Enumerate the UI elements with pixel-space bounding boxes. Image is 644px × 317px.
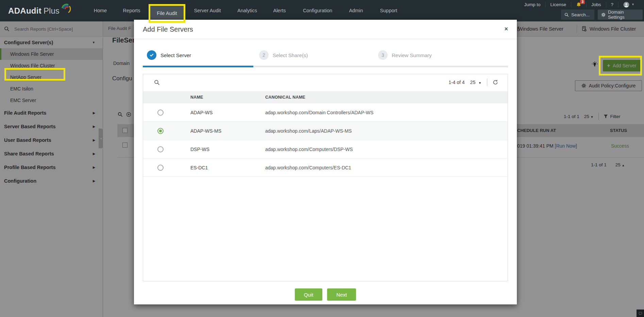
page-size-dropdown[interactable]: 25 ▲ [615,162,625,167]
app-logo[interactable]: ADAudit Plus [8,0,72,21]
add-circle-icon[interactable] [126,112,131,117]
sidebar-collapse-handle[interactable]: ◄ [99,129,103,148]
check-icon [147,50,156,60]
plus-icon: + [607,63,610,69]
server-row-dsp-ws[interactable]: DSP-WS adap.workshop.com/Computers/DSP-W… [143,140,508,158]
top-navigation-bar: ADAudit Plus Home Reports File Audit Ser… [0,0,644,21]
nav-analytics[interactable]: Analytics [237,0,257,21]
caret-right-icon: ▶ [93,179,95,183]
filter-button[interactable]: Filter [604,114,621,119]
nav-admin[interactable]: Admin [349,0,363,21]
sidebar: Configured Server(s) ▼ Windows File Serv… [0,21,103,317]
radio-button[interactable] [157,110,164,116]
audit-policy-configure-button[interactable]: Audit Policy:Configure [575,80,642,91]
radio-button[interactable] [157,165,164,171]
section-label: Share Based Reports [4,151,54,156]
sidebar-section-profile-based-reports[interactable]: Profile Based Reports ▶ [0,161,103,174]
refresh-icon[interactable] [493,80,498,85]
schedule-table-pagination-bottom: 1-1 of 1 25 ▲ [591,162,625,167]
logo-arc-icon [60,3,72,15]
notifications-button[interactable]: 3 [571,2,586,7]
sidebar-section-file-audit-reports[interactable]: File Audit Reports ▶ [0,106,103,120]
tab-windows-file-cluster[interactable]: Windows File Cluster [581,21,636,36]
jobs-link[interactable]: Jobs [586,2,606,7]
sidebar-item-netapp-server[interactable]: NetApp Server [0,71,103,83]
radio-button-selected[interactable] [157,128,164,134]
sidebar-item-windows-file-cluster[interactable]: Windows File Cluster [0,60,103,71]
jump-to-link[interactable]: Jump to [519,2,545,7]
step-select-server[interactable]: Select Server [147,50,191,60]
divider [487,79,487,86]
quit-button[interactable]: Quit [295,288,323,301]
caret-right-icon: ▶ [93,166,95,169]
chat-widget-button[interactable] [637,310,644,317]
help-button[interactable]: ? [606,2,618,7]
step-review-summary[interactable]: 3 Review Summary [378,50,432,60]
sidebar-item-windows-file-server[interactable]: Windows File Server [0,48,103,60]
add-server-label: Add Server [613,63,637,68]
close-icon[interactable]: × [504,26,508,33]
server-row-es-dc1[interactable]: ES-DC1 adap.workshop.com/Computers/ES-DC… [143,158,508,177]
configured-servers-label: Configured Server(s) [4,40,53,45]
server-name: ES-DC1 [190,165,265,170]
search-icon[interactable] [154,80,160,85]
radio-button[interactable] [157,146,164,152]
tab-windows-file-server[interactable]: Windows File Server [518,21,563,36]
server-x-icon [581,26,587,32]
pagination-range: 1-1 of 1 [564,114,579,119]
section-label: Profile Based Reports [4,165,56,170]
server-row-adap-ws[interactable]: ADAP-WS adap.workshop.com/Domain Control… [143,103,508,122]
next-button[interactable]: Next [327,288,356,301]
schedule-run-at-cell: 019 01:39:41 PM [Run Now] [517,143,577,149]
page-size-dropdown[interactable]: 25 ▼ [470,80,481,85]
caret-down-icon: ▼ [591,115,594,119]
wizard-progress-fill [143,66,253,67]
nav-home[interactable]: Home [94,0,107,21]
nav-server-audit[interactable]: Server Audit [194,0,221,21]
caret-right-icon: ▶ [93,111,95,115]
sidebar-section-server-based-reports[interactable]: Server Based Reports ▶ [0,120,103,133]
bulb-icon[interactable] [591,61,598,68]
sidebar-item-emc-server[interactable]: EMC Server [0,95,103,106]
configured-servers-header[interactable]: Configured Server(s) ▼ [0,37,103,48]
caret-right-icon: ▶ [93,152,95,155]
account-menu[interactable]: ▼ [618,2,639,7]
step-select-shares[interactable]: 2 Select Share(s) [259,50,308,60]
column-status: STATUS [610,128,627,133]
server-row-adap-ws-ms[interactable]: ADAP-WS-MS adap.workshop.com/Laps/ADAP-W… [143,122,508,140]
nav-file-audit[interactable]: File Audit [150,6,184,21]
table-toolbar-icons [118,112,131,117]
pagination-range: 1-4 of 4 [448,80,464,85]
select-all-checkbox[interactable] [122,128,128,133]
collapse-arrow-icon: ◄ [100,137,102,140]
gear-icon [601,13,606,17]
search-icon[interactable] [118,112,123,117]
step-label: Select Share(s) [273,52,308,58]
status-badge: Success [611,143,629,149]
section-label: File Audit Reports [4,110,46,116]
sidebar-section-user-based-reports[interactable]: User Based Reports ▶ [0,133,103,147]
sidebar-section-share-based-reports[interactable]: Share Based Reports ▶ [0,147,103,161]
nav-support[interactable]: Support [380,0,397,21]
sidebar-item-emc-isilon[interactable]: EMC Isilon [0,83,103,95]
server-name: ADAP-WS [190,110,265,115]
page-size-value: 25 [584,114,589,119]
global-search-button[interactable]: Search... [561,10,594,20]
column-name: NAME [190,95,265,100]
domain-settings-button[interactable]: Domain Settings [598,10,643,20]
license-link[interactable]: License [545,2,571,7]
notification-badge: 3 [580,0,585,4]
nav-alerts[interactable]: Alerts [273,0,286,21]
page-size-dropdown[interactable]: 25 ▼ [584,114,594,119]
filter-icon [604,114,608,119]
configure-label: Configu [112,75,132,82]
nav-configuration[interactable]: Configuration [303,0,332,21]
row-checkbox[interactable] [122,143,128,148]
schedule-table-pagination-top: 1-1 of 1 25 ▼ Filter [564,113,621,120]
run-now-link[interactable]: [Run Now] [555,143,577,149]
add-server-button[interactable]: + Add Server [603,60,641,71]
sidebar-section-configuration[interactable]: Configuration ▶ [0,174,103,188]
nav-reports[interactable]: Reports [123,0,140,21]
caret-up-icon: ▲ [622,164,625,167]
report-search-input[interactable] [14,26,93,32]
